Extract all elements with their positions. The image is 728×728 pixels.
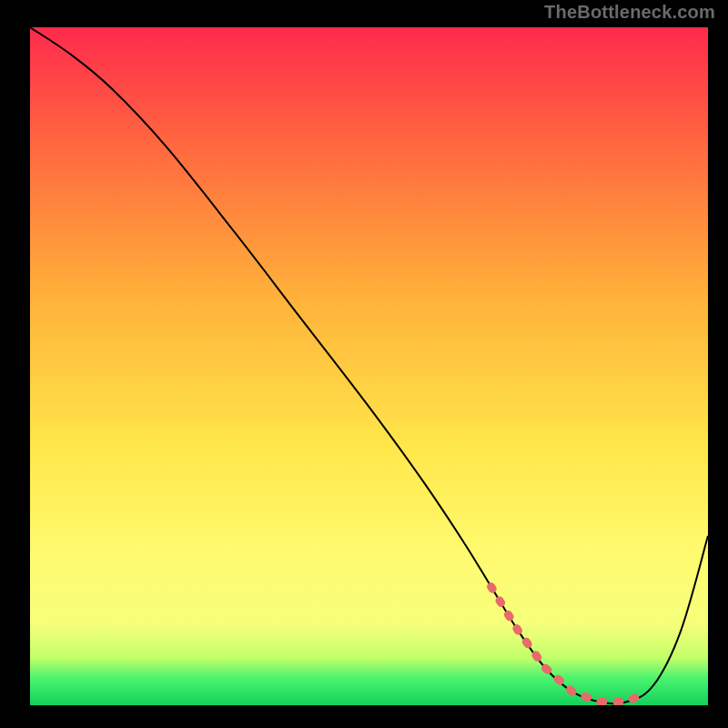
plot-svg (30, 27, 708, 705)
chart-frame: TheBottleneck.com (0, 0, 728, 728)
plot-area (30, 27, 708, 705)
watermark-text: TheBottleneck.com (544, 2, 715, 23)
gradient-background (30, 27, 708, 705)
